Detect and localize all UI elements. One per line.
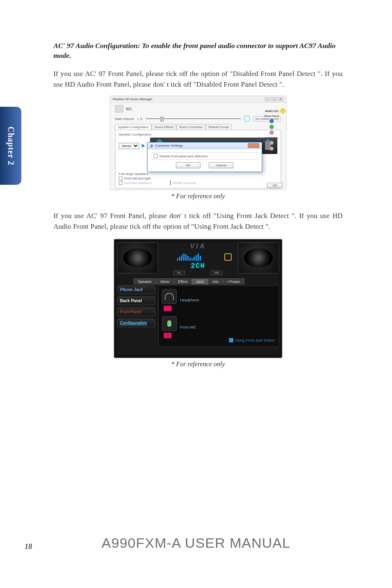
- jack-panel: ANALOG Back Panel ront Panel: [261, 109, 283, 152]
- right-speaker-icon: [238, 242, 279, 273]
- figure-realtek-audio-manager: Realtek HD Audio Manager — ▭ ✕ 喇叭 Main V…: [110, 96, 286, 190]
- using-front-jack-detect-label: Using Front Jack Detect: [235, 338, 274, 342]
- vu-meter: [164, 252, 214, 261]
- dialog-title: Connector Settings: [155, 144, 183, 147]
- connector-settings-dialog: 🔊 Connector Settings Disable front panel…: [147, 142, 262, 172]
- fr-label: FR: [211, 271, 223, 275]
- mic-jack-icon[interactable]: [164, 333, 172, 338]
- front-panel-button[interactable]: Front Panel: [117, 308, 155, 316]
- page-number: 18: [25, 542, 32, 551]
- footer-title: A990FXM-A USER MANUAL: [0, 535, 392, 551]
- jack-grey-icon[interactable]: [270, 141, 274, 145]
- speaker-small-icon: 🔊: [150, 144, 154, 147]
- disable-front-panel-jack-detection-checkbox[interactable]: [154, 154, 158, 158]
- back-panel-label: Back Panel: [261, 115, 283, 117]
- front-mic-label: Front MIC: [180, 325, 196, 329]
- jack-grey-icon-2[interactable]: [270, 147, 274, 151]
- headphone-icon: [162, 289, 177, 304]
- tab-info[interactable]: Info: [208, 278, 223, 285]
- figure-via-audio-panel: VIA 2CH FL: [114, 239, 282, 358]
- tab-default-format[interactable]: Default Format: [205, 124, 232, 130]
- jack-blue-icon[interactable]: [270, 119, 274, 123]
- tab-speaker-configuration[interactable]: Speaker Configuration: [115, 124, 152, 130]
- tab-jack[interactable]: Jack: [191, 278, 208, 285]
- window-titlebar: Realtek HD Audio Manager — ▭ ✕: [110, 96, 286, 103]
- close-icon[interactable]: ✕: [278, 97, 284, 101]
- play-icon[interactable]: [142, 144, 145, 148]
- tab-sound-effects[interactable]: Sound Effects: [152, 124, 177, 130]
- window-title: Realtek HD Audio Manager: [113, 97, 152, 101]
- tab-mixer[interactable]: Mixer: [156, 278, 174, 285]
- channel-display: 2CH: [191, 262, 205, 270]
- tab-effect[interactable]: Effect: [174, 278, 192, 285]
- tab-room-correction[interactable]: Room Correction: [176, 124, 205, 130]
- main-volume-label: Main Volume: [115, 117, 134, 121]
- via-logo: VIA: [190, 243, 206, 250]
- speaker-config-select[interactable]: Stereo: [119, 143, 139, 149]
- mic-icon: [162, 316, 177, 331]
- chapter-tab: Chapter 2: [0, 107, 21, 185]
- main-volume-slider[interactable]: [146, 118, 241, 119]
- paragraph-2: If you use AC' 97 Front Panel, please do…: [53, 211, 343, 232]
- minimize-icon[interactable]: —: [265, 97, 270, 101]
- using-front-jack-detect-checkbox[interactable]: [229, 338, 233, 342]
- section-heading: AC' 97 Audio Configuration: To enable th…: [53, 41, 343, 60]
- headphone-label: Headphone: [180, 298, 199, 302]
- back-panel-button[interactable]: Back Panel: [117, 296, 155, 305]
- mute-button[interactable]: [244, 116, 250, 122]
- figure2-caption: * For reference only: [53, 361, 343, 368]
- full-range-label: Full-range Speakers: [119, 172, 148, 176]
- figure1-caption: * For reference only: [53, 193, 343, 200]
- disable-front-panel-jack-detection-label: Disable front panel jack detection: [159, 154, 208, 158]
- analog-label: ANALOG: [261, 109, 283, 113]
- phone-jack-button[interactable]: Phone Jack: [117, 285, 155, 294]
- checkbox-front-lr[interactable]: [119, 177, 122, 180]
- speaker-device-label: 喇叭: [126, 107, 132, 111]
- tab-power[interactable]: • Power: [223, 278, 244, 285]
- chapter-tab-label: Chapter 2: [6, 126, 16, 165]
- fl-label: FL: [173, 271, 184, 275]
- dialog-close-button[interactable]: [248, 143, 259, 148]
- jack-pink-icon[interactable]: [270, 131, 274, 135]
- configuration-button[interactable]: Configuration: [117, 319, 155, 327]
- checkbox-surround[interactable]: [119, 181, 122, 185]
- paragraph-1: If you use AC' 97 Front Panel, please ti…: [53, 69, 343, 90]
- maximize-icon[interactable]: ▭: [271, 97, 277, 101]
- speaker-config-label: Speaker Configuration: [119, 133, 277, 136]
- jack-green-icon[interactable]: [270, 125, 274, 129]
- left-speaker-icon: [117, 242, 158, 273]
- checkbox-virtual-surround[interactable]: [170, 181, 171, 185]
- tab-speaker[interactable]: Speaker: [134, 278, 157, 285]
- mode-indicator-icon[interactable]: [224, 253, 232, 261]
- speaker-device-icon: [115, 105, 123, 113]
- ok-button[interactable]: OK: [176, 162, 201, 168]
- cancel-button[interactable]: Cancel: [209, 162, 233, 168]
- window-ok-button[interactable]: OK: [267, 183, 283, 188]
- headphone-jack-icon[interactable]: [164, 305, 172, 311]
- front-panel-label: ront Panel: [261, 136, 283, 139]
